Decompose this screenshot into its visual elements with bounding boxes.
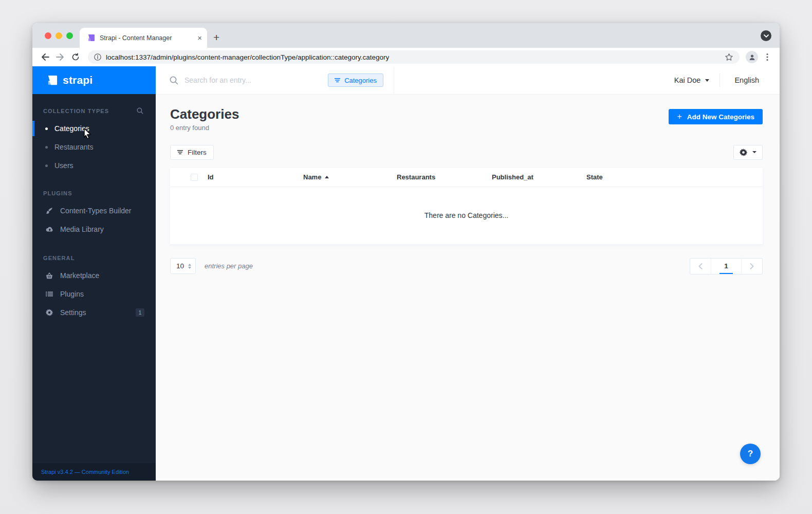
sidebar-item-marketplace[interactable]: Marketplace: [32, 266, 156, 285]
column-header-name[interactable]: Name: [303, 173, 397, 181]
strapi-logo[interactable]: strapi: [32, 66, 156, 94]
filter-icon: [177, 150, 183, 155]
browser-menu-button[interactable]: [761, 51, 773, 63]
strapi-favicon-icon: [87, 34, 95, 42]
main-area: Categories Kai Doe English Categories: [156, 66, 780, 481]
page-number[interactable]: 1: [711, 259, 742, 274]
column-header-published-at[interactable]: Published_at: [492, 173, 586, 181]
url-text: localhost:1337/admin/plugins/content-man…: [106, 53, 389, 61]
section-plugins: PLUGINS Content-Types Builder Media Libr…: [32, 190, 156, 238]
minimize-window-button[interactable]: [56, 32, 62, 39]
column-header-state[interactable]: State: [586, 173, 763, 181]
entries-per-page-label: entries per page: [205, 262, 253, 270]
filters-label: Filters: [188, 149, 207, 156]
entries-per-page-select[interactable]: 10: [170, 258, 196, 274]
entries-table: Id Name Restaurants Published_at: [170, 168, 763, 244]
user-icon: [748, 53, 756, 61]
bullet-icon: [45, 127, 48, 130]
search-input[interactable]: [184, 76, 322, 84]
select-all-checkbox[interactable]: [191, 174, 198, 181]
add-button-label: Add New Categories: [687, 113, 754, 121]
column-header-restaurants[interactable]: Restaurants: [397, 173, 492, 181]
strapi-logo-icon: [46, 75, 58, 86]
settings-badge: 1: [136, 308, 144, 317]
browser-toolbar: localhost:1337/admin/plugins/content-man…: [32, 48, 780, 66]
previous-page-button[interactable]: [690, 259, 711, 274]
collection-filter-chip[interactable]: Categories: [328, 74, 383, 87]
per-page-control: 10 entries per page: [170, 258, 253, 274]
browser-profile-chevron-button[interactable]: [761, 30, 771, 41]
section-label: GENERAL: [43, 255, 75, 261]
sort-asc-icon: [325, 176, 329, 178]
section-general: GENERAL Marketplace Plugins: [32, 255, 156, 322]
empty-state-message: There are no Categories...: [170, 187, 763, 244]
sidebar-item-plugins[interactable]: Plugins: [32, 285, 156, 303]
title-row: Categories 0 entry found + Add New Categ…: [170, 107, 763, 132]
sidebar-item-label: Content-Types Builder: [60, 207, 132, 215]
chevron-left-icon: [698, 263, 703, 269]
chevron-right-icon: [750, 263, 754, 269]
bookmark-star-icon[interactable]: [725, 53, 733, 61]
reload-icon: [71, 53, 80, 61]
app-header: Categories Kai Doe English: [156, 66, 780, 95]
search-icon[interactable]: [170, 76, 178, 85]
logo-text: strapi: [63, 74, 93, 86]
next-page-button[interactable]: [742, 259, 762, 274]
sidebar-item-restaurants[interactable]: Restaurants: [32, 138, 156, 156]
search-icon[interactable]: [137, 107, 143, 114]
sidebar-item-label: Categories: [54, 124, 89, 133]
maximize-window-button[interactable]: [66, 32, 73, 39]
help-button[interactable]: ?: [740, 444, 761, 464]
site-info-icon[interactable]: [94, 53, 101, 61]
forward-button[interactable]: [54, 51, 66, 63]
window-controls[interactable]: [45, 32, 73, 39]
version-footer[interactable]: Strapi v3.4.2 — Community Edition: [32, 463, 156, 481]
browser-avatar[interactable]: [746, 51, 758, 63]
content: Categories 0 entry found + Add New Categ…: [156, 95, 780, 481]
section-label: PLUGINS: [43, 190, 72, 196]
reload-button[interactable]: [69, 51, 82, 63]
back-button[interactable]: [39, 51, 51, 63]
browser-tab[interactable]: Strapi - Content Manager ×: [80, 28, 207, 48]
add-new-categories-button[interactable]: + Add New Categories: [669, 109, 763, 124]
new-tab-button[interactable]: +: [213, 32, 219, 43]
chevron-down-icon: [764, 34, 769, 38]
bullet-icon: [45, 146, 48, 149]
user-menu[interactable]: Kai Doe: [674, 76, 720, 84]
sidebar-item-categories[interactable]: Categories: [32, 119, 156, 138]
column-header-id[interactable]: Id: [208, 173, 303, 181]
filter-icon: [335, 78, 340, 83]
sidebar-item-users[interactable]: Users: [32, 156, 156, 175]
sidebar-item-label: Settings: [60, 308, 86, 317]
language-selector[interactable]: English: [720, 76, 764, 84]
close-window-button[interactable]: [45, 32, 51, 39]
arrow-right-icon: [56, 53, 65, 61]
menu-sections: COLLECTION TYPES Categories Restaurants …: [32, 94, 156, 463]
view-settings-button[interactable]: [733, 145, 763, 160]
filters-button[interactable]: Filters: [170, 145, 214, 160]
section-label: COLLECTION TYPES: [43, 108, 109, 114]
stepper-icon: [188, 264, 191, 269]
list-icon: [45, 291, 53, 297]
table-header-row: Id Name Restaurants Published_at: [170, 168, 763, 187]
sidebar-item-label: Marketplace: [60, 271, 99, 280]
sidebar-item-media-library[interactable]: Media Library: [32, 220, 156, 238]
page-title: Categories: [170, 107, 239, 122]
sidebar-item-label: Users: [54, 161, 73, 170]
version-text: Strapi v3.4.2 — Community Edition: [41, 469, 129, 475]
gear-icon: [45, 309, 53, 316]
user-name: Kai Doe: [674, 76, 701, 84]
browser-tabstrip: Strapi - Content Manager × +: [32, 23, 780, 48]
pagination: 1: [690, 258, 763, 274]
url-bar[interactable]: localhost:1337/admin/plugins/content-man…: [88, 50, 740, 64]
table-footer: 10 entries per page 1: [170, 258, 763, 274]
filter-row: Filters: [170, 145, 763, 160]
chevron-down-icon: [752, 151, 756, 153]
close-tab-icon[interactable]: ×: [197, 34, 202, 42]
shopping-basket-icon: [45, 272, 53, 279]
sidebar-item-settings[interactable]: Settings 1: [32, 303, 156, 322]
tab-title: Strapi - Content Manager: [100, 34, 193, 42]
left-menu: strapi COLLECTION TYPES Categories Resta…: [32, 66, 156, 481]
chip-label: Categories: [344, 77, 377, 84]
sidebar-item-content-types-builder[interactable]: Content-Types Builder: [32, 201, 156, 220]
